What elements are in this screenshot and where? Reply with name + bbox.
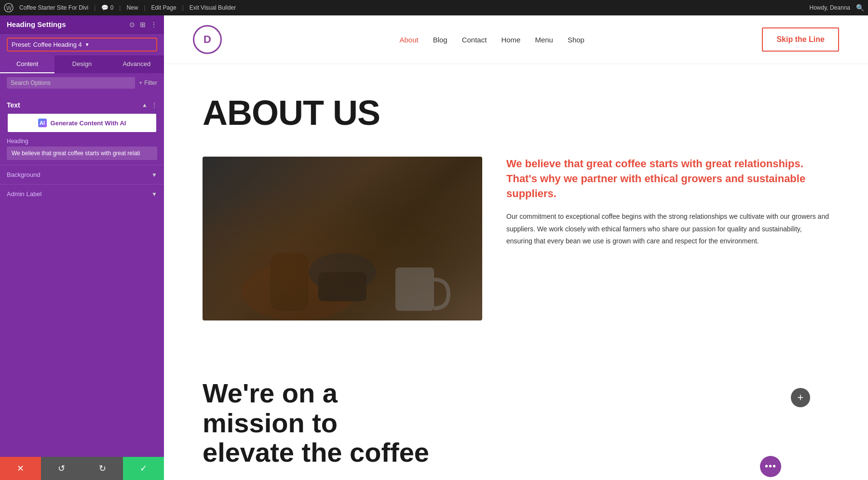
mission-section: We're on a mission to elevate the coffee…	[164, 378, 868, 480]
save-button[interactable]: ✓	[123, 457, 164, 480]
admin-label-section[interactable]: Admin Label ▼	[0, 184, 164, 203]
ai-btn-label: Generate Content With AI	[51, 120, 126, 127]
preset-dropdown[interactable]: Preset: Coffee Heading 4	[7, 38, 157, 52]
admin-edit-page[interactable]: Edit Page	[151, 4, 176, 11]
text-section-title: Text	[7, 101, 20, 109]
wp-admin-bar: W Coffee Starter Site For Divi | 💬 0 | N…	[0, 0, 868, 15]
sidebar-panel: Heading Settings ⊙ ⊞ ⋮ Preset: Coffee He…	[0, 15, 164, 480]
more-icon[interactable]: ⋮	[150, 21, 157, 28]
nav-about[interactable]: About	[399, 36, 418, 44]
admin-label-expand-icon: ▼	[151, 191, 157, 198]
nav-shop[interactable]: Shop	[568, 36, 584, 44]
sidebar-title: Heading Settings	[7, 20, 66, 28]
heading-field-label: Heading	[7, 138, 157, 145]
nav-contact[interactable]: Contact	[462, 36, 487, 44]
svg-rect-6	[395, 267, 434, 311]
nav-home[interactable]: Home	[501, 36, 520, 44]
sidebar-tabs: Content Design Advanced	[0, 55, 164, 73]
text-section-header[interactable]: Text ▲ ⋮	[0, 97, 164, 113]
skip-the-line-button[interactable]: Skip the Line	[762, 27, 839, 52]
nav-menu[interactable]: Menu	[535, 36, 553, 44]
admin-site-name[interactable]: Coffee Starter Site For Divi	[19, 4, 88, 11]
page-content: ABOUT US	[164, 64, 868, 378]
mission-title: We're on a mission to elevate the coffee	[203, 378, 444, 467]
background-label: Background	[7, 171, 40, 178]
nav-blog[interactable]: Blog	[433, 36, 448, 44]
undo-button[interactable]: ↺	[41, 457, 82, 480]
content-row: We believe that great coffee starts with…	[203, 157, 829, 320]
main-layout: Heading Settings ⊙ ⊞ ⋮ Preset: Coffee He…	[0, 15, 868, 480]
video-background	[203, 157, 482, 320]
site-logo: D	[193, 25, 222, 54]
svg-text:W: W	[6, 5, 12, 12]
search-input[interactable]	[7, 77, 135, 89]
tab-content[interactable]: Content	[0, 55, 54, 73]
text-block: We believe that great coffee starts with…	[506, 157, 829, 247]
sidebar-header-icons: ⊙ ⊞ ⋮	[129, 21, 157, 28]
site-header: D About Blog Contact Home Menu Shop Skip…	[164, 15, 868, 64]
admin-howdy: Howdy, Deanna	[810, 4, 851, 11]
content-area: D About Blog Contact Home Menu Shop Skip…	[164, 15, 868, 480]
text-section-collapse-icon[interactable]: ▲	[142, 102, 148, 108]
redo-button[interactable]: ↻	[82, 457, 123, 480]
text-section-more-icon[interactable]: ⋮	[151, 102, 157, 108]
add-module-button[interactable]: +	[791, 388, 810, 407]
module-options-button[interactable]: •••	[760, 456, 781, 477]
wp-logo-icon: W	[4, 3, 14, 13]
body-paragraph: Our commitment to exceptional coffee beg…	[506, 211, 829, 247]
admin-new[interactable]: New	[126, 4, 138, 11]
filter-plus-icon: +	[139, 80, 142, 86]
admin-exit-builder[interactable]: Exit Visual Builder	[190, 4, 236, 11]
sidebar-search-bar: + Filter	[0, 73, 164, 93]
preset-bar: Preset: Coffee Heading 4	[0, 34, 164, 55]
background-expand-icon: ▼	[151, 172, 157, 178]
sidebar-header: Heading Settings ⊙ ⊞ ⋮	[0, 15, 164, 34]
page-heading: ABOUT US	[203, 93, 829, 133]
ai-icon: AI	[38, 119, 47, 127]
sidebar-content: Text ▲ ⋮ AI Generate Content With AI Hea…	[0, 93, 164, 457]
cancel-button[interactable]: ✕	[0, 457, 41, 480]
highlight-paragraph: We believe that great coffee starts with…	[506, 157, 829, 201]
svg-rect-3	[270, 253, 309, 311]
focus-icon[interactable]: ⊙	[129, 21, 135, 28]
admin-label: Admin Label	[7, 190, 41, 198]
admin-search-icon[interactable]: 🔍	[856, 4, 864, 12]
tab-design[interactable]: Design	[54, 55, 109, 73]
video-scene-svg	[203, 157, 482, 320]
sidebar-bottom-bar: ✕ ↺ ↻ ✓	[0, 457, 164, 480]
video-container[interactable]	[203, 157, 482, 320]
svg-rect-5	[318, 272, 366, 301]
site-nav: About Blog Contact Home Menu Shop	[399, 36, 584, 44]
admin-comments[interactable]: 💬 0	[101, 4, 113, 11]
heading-input[interactable]	[7, 147, 157, 160]
filter-button[interactable]: + Filter	[139, 80, 157, 86]
preset-label: Preset: Coffee Heading 4	[12, 41, 82, 48]
text-section-content: AI Generate Content With AI Heading	[0, 113, 164, 165]
generate-ai-button[interactable]: AI Generate Content With AI	[7, 113, 157, 133]
tab-advanced[interactable]: Advanced	[109, 55, 164, 73]
layout-icon[interactable]: ⊞	[140, 21, 146, 28]
background-section[interactable]: Background ▼	[0, 165, 164, 184]
